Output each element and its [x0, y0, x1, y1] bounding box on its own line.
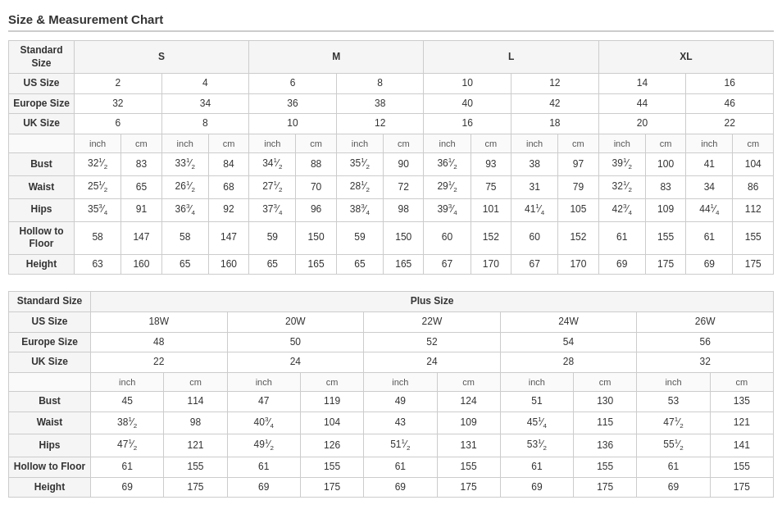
uk-size-32-plus: 32 — [637, 352, 774, 373]
bust-16-inch: 41 — [686, 153, 733, 176]
height-18w-inch: 69 — [91, 477, 164, 498]
htf-6-cm: 150 — [296, 221, 336, 254]
htf-24w-inch: 61 — [500, 457, 573, 478]
bust-22w-cm: 124 — [437, 392, 500, 412]
hips-8-cm: 98 — [384, 198, 424, 221]
waist-20w-cm: 104 — [300, 412, 363, 434]
htf-12-cm: 152 — [558, 221, 598, 254]
height-2-cm: 160 — [121, 254, 161, 275]
htf-2-cm: 147 — [121, 221, 161, 254]
unit-inch-1: inch — [75, 134, 121, 152]
height-4-cm: 160 — [208, 254, 248, 275]
eu-size-36: 36 — [249, 93, 337, 114]
waist-16-inch: 34 — [686, 176, 733, 199]
height-label: Height — [9, 254, 75, 275]
height-22w-inch: 69 — [364, 477, 437, 498]
col-header-standard: StandardSize — [9, 41, 75, 74]
hips-4-cm: 92 — [208, 198, 248, 221]
waist-16-cm: 86 — [733, 176, 774, 199]
hips-26w-cm: 141 — [710, 434, 773, 457]
us-size-22w: 22W — [364, 311, 501, 332]
unit-cm-4: cm — [384, 134, 424, 152]
bust-20w-inch: 47 — [227, 392, 300, 412]
hips-22w-cm: 131 — [437, 434, 500, 457]
height-8-inch: 65 — [336, 254, 383, 275]
htf-12-inch: 60 — [511, 221, 558, 254]
eu-size-48: 48 — [91, 332, 228, 352]
htf-22w-inch: 61 — [364, 457, 437, 478]
uk-size-20: 20 — [598, 114, 686, 134]
waist-22w-inch: 43 — [364, 412, 437, 434]
height-18w-cm: 175 — [164, 477, 227, 498]
table-row: Hollow to Floor 61 155 61 155 61 155 61 … — [9, 457, 774, 478]
hips-14-cm: 109 — [645, 198, 685, 221]
waist-22w-cm: 109 — [437, 412, 500, 434]
eu-size-56: 56 — [637, 332, 774, 352]
htf-10-inch: 60 — [424, 221, 471, 254]
uk-size-22-plus: 22 — [91, 352, 228, 373]
eu-size-32: 32 — [75, 93, 162, 114]
bust-4-inch: 331⁄2 — [161, 153, 208, 176]
height-10-inch: 67 — [424, 254, 471, 275]
table-row: Hips 353⁄4 91 363⁄4 92 373⁄4 96 383⁄4 98… — [9, 198, 774, 221]
waist-6-cm: 70 — [296, 176, 336, 199]
waist-14-inch: 321⁄2 — [598, 176, 645, 199]
unit-inch-8: inch — [686, 134, 733, 152]
waist-4-cm: 68 — [208, 176, 248, 199]
htf-8-cm: 150 — [384, 221, 424, 254]
waist-26w-inch: 471⁄2 — [637, 412, 710, 434]
bust-18w-inch: 45 — [91, 392, 164, 412]
us-size-4: 4 — [161, 74, 249, 94]
htf-26w-inch: 61 — [637, 457, 710, 478]
waist-label-plus: Waist — [9, 412, 91, 434]
hips-26w-inch: 551⁄2 — [637, 434, 710, 457]
waist-8-inch: 281⁄2 — [336, 176, 383, 199]
hips-10-cm: 101 — [471, 198, 511, 221]
unit-inch-p5: inch — [637, 372, 710, 391]
uk-size-18: 18 — [511, 114, 599, 134]
unit-inch-3: inch — [249, 134, 296, 152]
bust-4-cm: 84 — [208, 153, 248, 176]
htf-20w-cm: 155 — [300, 457, 363, 478]
unit-cm-p3: cm — [437, 372, 500, 391]
us-size-10: 10 — [424, 74, 511, 94]
bust-10-inch: 361⁄2 — [424, 153, 471, 176]
height-12-inch: 67 — [511, 254, 558, 275]
bust-18w-cm: 114 — [164, 392, 227, 412]
unit-empty-plus — [9, 372, 91, 391]
uk-size-24-plus: 24 — [227, 352, 364, 373]
page-title: Size & Measurement Chart — [8, 8, 774, 32]
col-header-standard-plus: Standard Size — [9, 292, 91, 312]
height-14-inch: 69 — [598, 254, 645, 275]
hips-18w-cm: 121 — [164, 434, 227, 457]
htf-18w-cm: 155 — [164, 457, 227, 478]
htf-8-inch: 59 — [336, 221, 383, 254]
bust-12-inch: 38 — [511, 153, 558, 176]
hips-2-inch: 353⁄4 — [75, 198, 121, 221]
htf-4-inch: 58 — [161, 221, 208, 254]
waist-12-cm: 79 — [558, 176, 598, 199]
col-header-plus: Plus Size — [91, 292, 774, 312]
us-size-16: 16 — [686, 74, 774, 94]
bust-14-inch: 391⁄2 — [598, 153, 645, 176]
size-chart-table-2: Standard Size Plus Size US Size 18W 20W … — [8, 291, 774, 498]
unit-inch-p3: inch — [364, 372, 437, 391]
height-12-cm: 170 — [558, 254, 598, 275]
bust-6-cm: 88 — [296, 153, 336, 176]
waist-label: Waist — [9, 176, 75, 199]
uk-size-8: 8 — [161, 114, 249, 134]
us-size-26w: 26W — [637, 311, 774, 332]
waist-20w-inch: 403⁄4 — [227, 412, 300, 434]
htf-2-inch: 58 — [75, 221, 121, 254]
uk-size-label-plus: UK Size — [9, 352, 91, 373]
htf-16-inch: 61 — [686, 221, 733, 254]
us-size-8: 8 — [336, 74, 424, 94]
unit-inch-p1: inch — [91, 372, 164, 391]
hips-16-inch: 441⁄4 — [686, 198, 733, 221]
eu-size-34: 34 — [161, 93, 249, 114]
table-row: Height 63 160 65 160 65 165 65 165 67 17… — [9, 254, 774, 275]
uk-size-label: UK Size — [9, 114, 75, 134]
table-row: Bust 321⁄2 83 331⁄2 84 341⁄2 88 351⁄2 90… — [9, 153, 774, 176]
height-6-inch: 65 — [249, 254, 296, 275]
uk-size-28-plus: 28 — [500, 352, 637, 373]
